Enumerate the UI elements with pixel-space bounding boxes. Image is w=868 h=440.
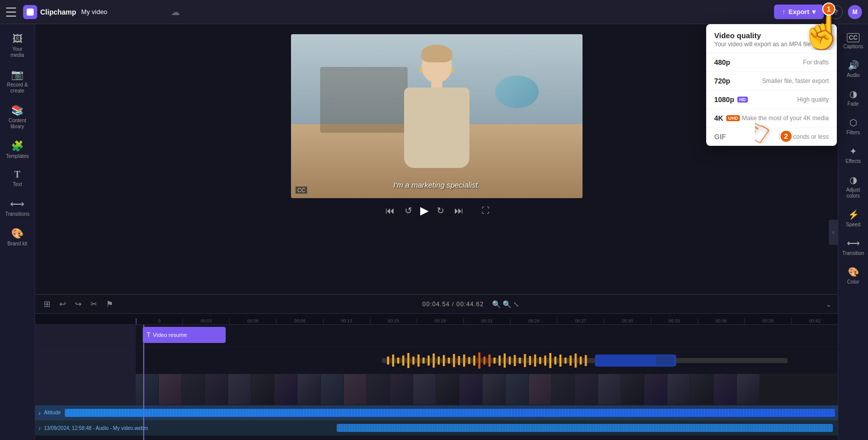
zoom-in-button[interactable]: 🔍 bbox=[503, 300, 511, 308]
templates-icon: 🧩 bbox=[11, 140, 24, 152]
video-clip[interactable]: T Video resume bbox=[143, 327, 226, 343]
zoom-controls: 🔍 🔍 ⤡ bbox=[492, 300, 519, 308]
quality-720p-label: 720p bbox=[714, 77, 730, 85]
media-track bbox=[35, 347, 838, 374]
collapse-timeline-button[interactable]: ⌄ bbox=[826, 300, 832, 308]
sync-icon: ☁ bbox=[171, 7, 180, 18]
undo-button[interactable]: ↩ bbox=[57, 298, 68, 310]
export-button[interactable]: ↑ Export ▾ bbox=[774, 5, 824, 19]
svg-rect-36 bbox=[564, 358, 566, 364]
sidebar-item-text[interactable]: T Text bbox=[2, 165, 33, 192]
color-label: Color bbox=[847, 279, 859, 285]
collapse-panel-button[interactable]: ‹ bbox=[829, 220, 838, 245]
sidebar-item-record-create[interactable]: 📷 Record & create bbox=[2, 64, 33, 98]
transitions-icon: ⟷ bbox=[10, 198, 25, 210]
magnet-tool[interactable]: ⊞ bbox=[41, 298, 53, 310]
sidebar-item-brand-kit-label: Brand kit bbox=[8, 241, 27, 247]
svg-rect-22 bbox=[494, 358, 496, 364]
svg-rect-23 bbox=[499, 356, 501, 366]
topbar-right: ↑ Export ▾ ? M bbox=[774, 5, 862, 19]
clip-label: Video resume bbox=[153, 332, 187, 338]
caption-toggle[interactable]: CC bbox=[295, 185, 308, 194]
color-panel[interactable]: 🎨 Color bbox=[839, 262, 867, 289]
svg-rect-35 bbox=[559, 355, 561, 367]
transition-label: Transition bbox=[842, 250, 864, 256]
ruler-mark-0: 0 bbox=[136, 318, 182, 324]
video-preview: I'm a marketing specialist. CC bbox=[291, 34, 583, 198]
skip-forward-button[interactable]: ⏭ bbox=[452, 204, 465, 218]
sidebar-item-record-create-label: Record & create bbox=[5, 82, 30, 94]
quality-option-1080p[interactable]: 1080p HD High quality bbox=[706, 91, 837, 109]
export-icon: ↑ bbox=[782, 8, 786, 16]
thumbnail-strip bbox=[136, 374, 838, 405]
ruler-mark-13: 00:39 bbox=[744, 318, 791, 324]
logo-icon bbox=[23, 5, 37, 19]
svg-rect-10 bbox=[433, 354, 435, 368]
skip-back-button[interactable]: ⏮ bbox=[383, 204, 397, 218]
quality-option-4k[interactable]: 4K UHD Make the most of your 4K media bbox=[706, 109, 837, 128]
music-track: ♪ Altitude bbox=[35, 405, 838, 420]
svg-rect-4 bbox=[402, 356, 404, 366]
sidebar-item-transitions-label: Transitions bbox=[5, 211, 30, 217]
filters-panel[interactable]: ⬡ Filters bbox=[839, 113, 867, 140]
svg-rect-11 bbox=[438, 357, 440, 365]
sidebar-item-brand-kit[interactable]: 🎨 Brand kit bbox=[2, 223, 33, 251]
forward-button[interactable]: ↻ bbox=[435, 203, 446, 218]
redo-button[interactable]: ↪ bbox=[72, 298, 84, 310]
audio-track-1: ♪ 13/09/2024, 12:58:48 - Audio - My vide… bbox=[35, 420, 838, 435]
ruler-mark-4: 00:12 bbox=[323, 318, 370, 324]
timeline-ruler: 0 00:03 00:06 00:09 00:12 00:15 00:18 00… bbox=[35, 314, 838, 325]
your-media-icon: 🖼 bbox=[13, 33, 23, 45]
quality-gif-desc: 30 seconds or less bbox=[779, 133, 829, 140]
speed-panel[interactable]: ⚡ Speed bbox=[839, 205, 867, 232]
effects-panel[interactable]: ✦ Effects bbox=[839, 142, 867, 168]
quality-option-gif[interactable]: GIF 30 seconds or less bbox=[706, 128, 837, 146]
time-display: 00:04.54 / 00:44.62 bbox=[422, 301, 484, 308]
record-create-icon: 📷 bbox=[11, 68, 24, 80]
speed-icon: ⚡ bbox=[848, 209, 859, 220]
svg-rect-5 bbox=[407, 353, 409, 368]
svg-rect-1 bbox=[387, 357, 389, 365]
svg-rect-27 bbox=[519, 358, 521, 364]
rewind-button[interactable]: ↺ bbox=[403, 203, 414, 218]
music-track-label: Altitude bbox=[44, 410, 61, 415]
help-button[interactable]: ? bbox=[829, 5, 843, 19]
ruler-mark-14: 00:42 bbox=[791, 318, 838, 324]
ruler-mark-11: 00:33 bbox=[651, 318, 698, 324]
menu-button[interactable] bbox=[6, 6, 18, 18]
fade-panel[interactable]: ◑ Fade bbox=[839, 84, 867, 111]
dropdown-title: Video quality bbox=[714, 31, 829, 40]
video-title-input[interactable] bbox=[81, 8, 166, 16]
zoom-out-button[interactable]: 🔍 bbox=[492, 300, 501, 308]
quality-480p-label: 480p bbox=[714, 58, 730, 66]
sidebar-item-content-library[interactable]: 📚 Content library bbox=[2, 100, 33, 134]
sidebar-item-transitions[interactable]: ⟷ Transitions bbox=[2, 194, 33, 221]
adjust-colors-panel[interactable]: ◑ Adjust colors bbox=[839, 170, 867, 203]
ruler-mark-10: 00:30 bbox=[604, 318, 650, 324]
filters-label: Filters bbox=[846, 130, 860, 136]
quality-option-720p[interactable]: 720p Smaller file, faster export bbox=[706, 72, 837, 91]
quality-1080p-label: 1080p bbox=[714, 96, 734, 104]
flag-button[interactable]: ⚑ bbox=[104, 298, 116, 310]
sidebar-item-your-media[interactable]: 🖼 Your media bbox=[2, 29, 33, 62]
topbar-left: Clipchamp ☁ bbox=[6, 5, 768, 19]
audio-panel[interactable]: 🔊 Audio bbox=[839, 56, 867, 82]
fullscreen-button[interactable]: ⛶ bbox=[481, 206, 490, 215]
avatar[interactable]: M bbox=[848, 5, 862, 19]
svg-rect-21 bbox=[489, 355, 491, 367]
ruler-mark-7: 00:21 bbox=[463, 318, 510, 324]
svg-rect-40 bbox=[585, 355, 587, 366]
video-frame: I'm a marketing specialist. bbox=[291, 34, 583, 198]
quality-option-480p[interactable]: 480p For drafts bbox=[706, 53, 837, 72]
expand-timeline-button[interactable]: ⤡ bbox=[513, 300, 519, 308]
play-button[interactable]: ▶ bbox=[420, 204, 429, 217]
svg-rect-6 bbox=[413, 357, 415, 365]
cut-button[interactable]: ✂ bbox=[88, 298, 100, 310]
sidebar-item-content-library-label: Content library bbox=[5, 118, 30, 130]
captions-panel[interactable]: CC Captions bbox=[839, 29, 867, 54]
transition-panel[interactable]: ⟷ Transition bbox=[839, 234, 867, 260]
svg-rect-32 bbox=[544, 356, 546, 366]
ruler-mark-6: 00:18 bbox=[417, 318, 463, 324]
sidebar-item-templates[interactable]: 🧩 Templates bbox=[2, 136, 33, 163]
svg-rect-37 bbox=[569, 356, 571, 366]
